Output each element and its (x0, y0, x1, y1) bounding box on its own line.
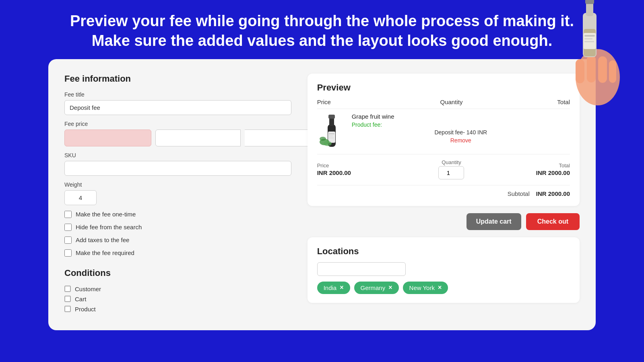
checkout-button[interactable]: Check out (526, 213, 580, 230)
price-label: Price (317, 162, 412, 169)
cond-label-product: Product (75, 306, 96, 313)
action-row: Update cart Check out (308, 213, 580, 230)
checkbox-one-time[interactable]: Make the fee one-time (64, 211, 291, 218)
list-item[interactable]: Cart (64, 296, 291, 302)
svg-point-21 (324, 141, 332, 146)
checkbox-hide-search-input[interactable] (64, 224, 72, 231)
subtotal-label: Subtotal (508, 190, 530, 197)
preview-title: Preview (317, 82, 570, 93)
location-tag-germany: Germany × (354, 282, 399, 294)
fee-price-amount-input[interactable] (64, 130, 151, 146)
fee-title-input[interactable] (64, 100, 291, 115)
location-tags: India × Germany × New York × (317, 282, 570, 294)
price-value: INR 2000.00 (317, 169, 412, 176)
checkbox-hide-search-label: Hide fee from the search (76, 224, 142, 230)
fee-info-title: Fee information (64, 74, 291, 84)
conditions-section: Conditions Customer Cart Product (64, 268, 291, 313)
checkbox-add-taxes[interactable]: Add taxes to the fee (64, 237, 291, 244)
sku-label: SKU (64, 152, 291, 158)
fee-price-label: Fee price (64, 121, 291, 127)
preview-header-quantity: Quantity (412, 99, 491, 105)
location-tag-india: India × (317, 282, 350, 294)
cond-checkbox-cart[interactable] (64, 296, 71, 302)
preview-header-total: Total (491, 99, 570, 105)
tag-close-germany[interactable]: × (388, 284, 392, 291)
sku-input[interactable] (64, 161, 291, 176)
product-fee-detail: Deposit fee- 140 INR (352, 129, 570, 136)
qty-input[interactable] (438, 166, 464, 179)
right-panel: Preview Price Quantity Total (308, 74, 580, 316)
locations-search-input[interactable] (317, 262, 406, 276)
left-panel: Fee information Fee title Fee price SKU … (64, 74, 291, 316)
svg-rect-3 (598, 56, 607, 83)
fee-title-label: Fee title (64, 91, 291, 98)
tag-close-newyork[interactable]: × (438, 284, 442, 291)
fee-price-row (64, 130, 291, 146)
list-item[interactable]: Customer (64, 286, 291, 292)
tag-label-newyork: New York (409, 284, 435, 291)
svg-rect-19 (329, 138, 334, 138)
total-value: INR 2000.00 (491, 169, 570, 176)
svg-rect-18 (329, 136, 333, 136)
subtotal-row: Subtotal INR 2000.00 (317, 185, 570, 197)
location-tag-newyork: New York × (403, 282, 448, 294)
qty-block: Quantity (412, 159, 491, 179)
locations-title: Locations (317, 246, 570, 257)
qty-label: Quantity (442, 159, 461, 165)
cond-label-customer: Customer (75, 286, 101, 292)
product-info: Grape fruit wine Product fee: Deposit fe… (352, 113, 570, 144)
subtotal-value: INR 2000.00 (536, 190, 570, 197)
total-block: Total INR 2000.00 (491, 162, 570, 176)
cond-checkbox-customer[interactable] (64, 286, 71, 292)
weight-input[interactable] (64, 190, 97, 205)
fee-price-currency-input[interactable] (155, 130, 241, 146)
product-fee-label: Product fee: (352, 121, 570, 128)
cond-checkbox-product[interactable] (64, 306, 71, 312)
product-image (317, 113, 346, 149)
conditions-list: Customer Cart Product (64, 286, 291, 313)
list-item[interactable]: Product (64, 306, 291, 313)
cond-label-cart: Cart (75, 296, 86, 302)
svg-rect-17 (329, 133, 334, 134)
hero-line2: Make sure the added values and the layou… (48, 31, 596, 51)
hero-line1: Preview your fee while going through the… (48, 11, 596, 31)
checkbox-fee-required-input[interactable] (64, 249, 72, 257)
product-name: Grape fruit wine (352, 113, 570, 120)
update-cart-button[interactable]: Update cart (466, 213, 521, 230)
tag-label-germany: Germany (361, 284, 386, 291)
preview-header-price: Price (317, 99, 412, 105)
tag-label-india: India (324, 284, 337, 291)
price-block: Price INR 2000.00 (317, 162, 412, 176)
checkbox-one-time-label: Make the fee one-time (76, 211, 136, 218)
checkbox-add-taxes-input[interactable] (64, 237, 72, 244)
product-row: Grape fruit wine Product fee: Deposit fe… (317, 113, 570, 149)
preview-header-row: Price Quantity Total (317, 99, 570, 109)
hero-text: Preview your fee while going through the… (0, 0, 644, 59)
checkbox-fee-required[interactable]: Make the fee required (64, 249, 291, 257)
main-card: Fee information Fee title Fee price SKU … (48, 59, 596, 330)
checkbox-hide-search[interactable]: Hide fee from the search (64, 224, 291, 231)
svg-rect-15 (328, 115, 335, 119)
preview-card: Preview Price Quantity Total (308, 74, 580, 206)
tag-close-india[interactable]: × (340, 284, 343, 291)
checkbox-fee-required-label: Make the fee required (76, 249, 134, 256)
checkbox-add-taxes-label: Add taxes to the fee (76, 237, 129, 243)
total-label: Total (491, 162, 570, 169)
conditions-title: Conditions (64, 268, 291, 278)
checkbox-one-time-input[interactable] (64, 211, 72, 218)
locations-card: Locations India × Germany × New York × (308, 237, 580, 303)
product-remove-button[interactable]: Remove (352, 137, 570, 144)
svg-point-22 (320, 137, 326, 141)
price-qty-row: Price INR 2000.00 Quantity Total INR 200… (317, 154, 570, 179)
svg-rect-4 (609, 60, 616, 83)
weight-label: Weight (64, 181, 291, 188)
